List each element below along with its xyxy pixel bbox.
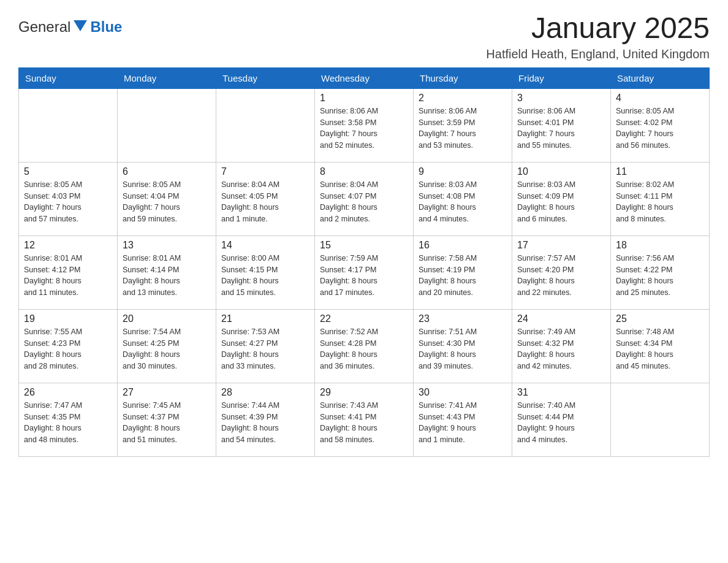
day-info: Sunrise: 8:06 AM Sunset: 3:58 PM Dayligh… (320, 105, 408, 151)
day-number: 2 (419, 93, 507, 104)
table-row: 28Sunrise: 7:44 AM Sunset: 4:39 PM Dayli… (216, 383, 315, 456)
calendar-header-row: Sunday Monday Tuesday Wednesday Thursday… (19, 67, 710, 88)
col-sunday: Sunday (19, 67, 118, 88)
calendar-title: January 2025 (486, 12, 710, 45)
day-number: 13 (123, 240, 211, 251)
day-number: 15 (320, 240, 408, 251)
table-row: 18Sunrise: 7:56 AM Sunset: 4:22 PM Dayli… (611, 236, 710, 309)
table-row: 17Sunrise: 7:57 AM Sunset: 4:20 PM Dayli… (512, 236, 611, 309)
calendar-week-row: 26Sunrise: 7:47 AM Sunset: 4:35 PM Dayli… (19, 383, 710, 456)
logo-blue-text: Blue (90, 18, 122, 36)
day-info: Sunrise: 7:45 AM Sunset: 4:37 PM Dayligh… (123, 400, 211, 446)
table-row: 15Sunrise: 7:59 AM Sunset: 4:17 PM Dayli… (315, 236, 414, 309)
table-row: 16Sunrise: 7:58 AM Sunset: 4:19 PM Dayli… (414, 236, 512, 309)
day-number: 23 (419, 313, 507, 324)
day-info: Sunrise: 7:40 AM Sunset: 4:44 PM Dayligh… (517, 400, 605, 446)
table-row: 2Sunrise: 8:06 AM Sunset: 3:59 PM Daylig… (414, 88, 512, 162)
day-number: 19 (24, 313, 112, 324)
logo: General Blue (18, 18, 122, 36)
table-row: 10Sunrise: 8:03 AM Sunset: 4:09 PM Dayli… (512, 162, 611, 236)
day-info: Sunrise: 8:03 AM Sunset: 4:08 PM Dayligh… (419, 179, 507, 225)
col-thursday: Thursday (414, 67, 512, 88)
day-number: 17 (517, 240, 605, 251)
col-wednesday: Wednesday (315, 67, 414, 88)
table-row: 14Sunrise: 8:00 AM Sunset: 4:15 PM Dayli… (216, 236, 315, 309)
day-number: 20 (123, 313, 211, 324)
col-monday: Monday (118, 67, 216, 88)
table-row (611, 383, 710, 456)
day-number: 5 (24, 166, 112, 177)
table-row: 3Sunrise: 8:06 AM Sunset: 4:01 PM Daylig… (512, 88, 611, 162)
day-info: Sunrise: 8:04 AM Sunset: 4:05 PM Dayligh… (221, 179, 309, 225)
table-row: 30Sunrise: 7:41 AM Sunset: 4:43 PM Dayli… (414, 383, 512, 456)
table-row: 24Sunrise: 7:49 AM Sunset: 4:32 PM Dayli… (512, 309, 611, 383)
day-info: Sunrise: 8:01 AM Sunset: 4:14 PM Dayligh… (123, 253, 211, 299)
day-info: Sunrise: 8:04 AM Sunset: 4:07 PM Dayligh… (320, 179, 408, 225)
table-row: 27Sunrise: 7:45 AM Sunset: 4:37 PM Dayli… (118, 383, 216, 456)
col-saturday: Saturday (611, 67, 710, 88)
day-info: Sunrise: 7:47 AM Sunset: 4:35 PM Dayligh… (24, 400, 112, 446)
day-info: Sunrise: 7:44 AM Sunset: 4:39 PM Dayligh… (221, 400, 309, 446)
day-number: 22 (320, 313, 408, 324)
day-info: Sunrise: 7:54 AM Sunset: 4:25 PM Dayligh… (123, 326, 211, 372)
table-row: 19Sunrise: 7:55 AM Sunset: 4:23 PM Dayli… (19, 309, 118, 383)
table-row: 1Sunrise: 8:06 AM Sunset: 3:58 PM Daylig… (315, 88, 414, 162)
day-number: 9 (419, 166, 507, 177)
day-number: 8 (320, 166, 408, 177)
day-number: 24 (517, 313, 605, 324)
table-row: 29Sunrise: 7:43 AM Sunset: 4:41 PM Dayli… (315, 383, 414, 456)
table-row: 6Sunrise: 8:05 AM Sunset: 4:04 PM Daylig… (118, 162, 216, 236)
table-row: 12Sunrise: 8:01 AM Sunset: 4:12 PM Dayli… (19, 236, 118, 309)
day-number: 14 (221, 240, 309, 251)
table-row: 20Sunrise: 7:54 AM Sunset: 4:25 PM Dayli… (118, 309, 216, 383)
day-number: 7 (221, 166, 309, 177)
page-header: General Blue January 2025 Hatfield Heath… (18, 12, 710, 61)
table-row: 8Sunrise: 8:04 AM Sunset: 4:07 PM Daylig… (315, 162, 414, 236)
day-number: 27 (123, 387, 211, 398)
table-row (118, 88, 216, 162)
table-row (216, 88, 315, 162)
table-row: 31Sunrise: 7:40 AM Sunset: 4:44 PM Dayli… (512, 383, 611, 456)
day-info: Sunrise: 7:57 AM Sunset: 4:20 PM Dayligh… (517, 253, 605, 299)
day-info: Sunrise: 8:03 AM Sunset: 4:09 PM Dayligh… (517, 179, 605, 225)
calendar-subtitle: Hatfield Heath, England, United Kingdom (486, 47, 710, 61)
col-tuesday: Tuesday (216, 67, 315, 88)
title-area: January 2025 Hatfield Heath, England, Un… (486, 12, 710, 61)
day-info: Sunrise: 7:41 AM Sunset: 4:43 PM Dayligh… (419, 400, 507, 446)
day-number: 16 (419, 240, 507, 251)
day-number: 30 (419, 387, 507, 398)
day-info: Sunrise: 7:52 AM Sunset: 4:28 PM Dayligh… (320, 326, 408, 372)
day-number: 21 (221, 313, 309, 324)
day-number: 29 (320, 387, 408, 398)
table-row: 26Sunrise: 7:47 AM Sunset: 4:35 PM Dayli… (19, 383, 118, 456)
day-number: 1 (320, 93, 408, 104)
day-info: Sunrise: 8:06 AM Sunset: 4:01 PM Dayligh… (517, 105, 605, 151)
day-info: Sunrise: 7:49 AM Sunset: 4:32 PM Dayligh… (517, 326, 605, 372)
table-row: 23Sunrise: 7:51 AM Sunset: 4:30 PM Dayli… (414, 309, 512, 383)
day-number: 18 (616, 240, 704, 251)
day-number: 25 (616, 313, 704, 324)
day-number: 10 (517, 166, 605, 177)
table-row: 13Sunrise: 8:01 AM Sunset: 4:14 PM Dayli… (118, 236, 216, 309)
day-number: 26 (24, 387, 112, 398)
day-info: Sunrise: 8:00 AM Sunset: 4:15 PM Dayligh… (221, 253, 309, 299)
table-row: 5Sunrise: 8:05 AM Sunset: 4:03 PM Daylig… (19, 162, 118, 236)
logo-triangle-icon (74, 20, 87, 34)
day-info: Sunrise: 8:05 AM Sunset: 4:04 PM Dayligh… (123, 179, 211, 225)
day-number: 31 (517, 387, 605, 398)
logo-general-text: General (18, 18, 70, 36)
day-number: 12 (24, 240, 112, 251)
day-info: Sunrise: 8:02 AM Sunset: 4:11 PM Dayligh… (616, 179, 704, 225)
day-info: Sunrise: 7:58 AM Sunset: 4:19 PM Dayligh… (419, 253, 507, 299)
day-number: 28 (221, 387, 309, 398)
svg-marker-0 (74, 20, 87, 31)
day-info: Sunrise: 7:53 AM Sunset: 4:27 PM Dayligh… (221, 326, 309, 372)
calendar-week-row: 12Sunrise: 8:01 AM Sunset: 4:12 PM Dayli… (19, 236, 710, 309)
day-info: Sunrise: 7:48 AM Sunset: 4:34 PM Dayligh… (616, 326, 704, 372)
day-info: Sunrise: 7:43 AM Sunset: 4:41 PM Dayligh… (320, 400, 408, 446)
calendar-week-row: 5Sunrise: 8:05 AM Sunset: 4:03 PM Daylig… (19, 162, 710, 236)
day-info: Sunrise: 8:05 AM Sunset: 4:02 PM Dayligh… (616, 105, 704, 151)
table-row: 11Sunrise: 8:02 AM Sunset: 4:11 PM Dayli… (611, 162, 710, 236)
day-info: Sunrise: 8:01 AM Sunset: 4:12 PM Dayligh… (24, 253, 112, 299)
day-info: Sunrise: 8:05 AM Sunset: 4:03 PM Dayligh… (24, 179, 112, 225)
